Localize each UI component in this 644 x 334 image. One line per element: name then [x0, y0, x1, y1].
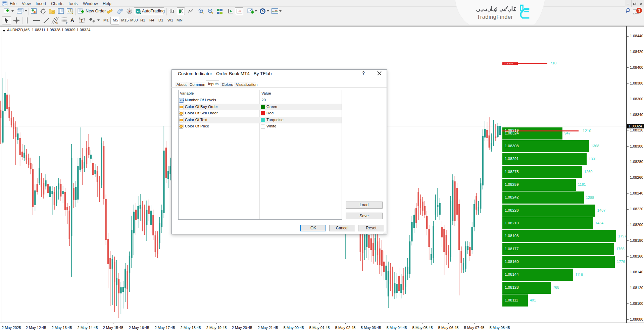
svg-text:T: T — [81, 18, 83, 22]
svg-text:VL: VL — [5, 4, 7, 6]
svg-text:E: E — [56, 21, 58, 24]
svg-text:123: 123 — [180, 99, 184, 102]
svg-text:F: F — [66, 21, 68, 24]
